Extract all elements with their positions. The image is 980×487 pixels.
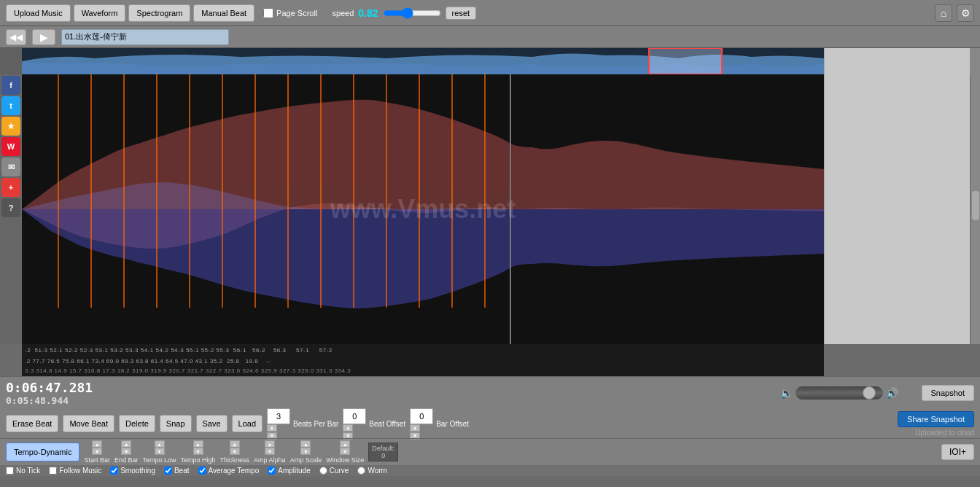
overview-scrollbar [970, 48, 980, 74]
curve-radio[interactable] [319, 467, 327, 475]
beat-offset-group: ▲ ▼ Beat Offset [343, 408, 405, 440]
tempo-high-knob: ▲ ▼ Tempo High [181, 440, 216, 464]
smoothing-label[interactable]: Smoothing [110, 467, 155, 475]
smoothing-checkbox[interactable] [110, 467, 118, 475]
skip-back-button[interactable]: ◀◀ [6, 29, 26, 45]
weibo-button[interactable]: W [1, 137, 20, 156]
move-beat-button[interactable]: Move Beat [63, 415, 114, 432]
add-button[interactable]: + [1, 178, 20, 197]
end-bar-up[interactable]: ▲ [121, 440, 131, 448]
volume-knob[interactable] [863, 386, 876, 400]
manual-beat-button[interactable]: Manual Beat [193, 4, 254, 22]
amp-alpha-knob: ▲ ▼ Amp Alpha [254, 440, 286, 464]
beat-label[interactable]: Beat [164, 467, 190, 475]
beat-offset-up[interactable]: ▲ [343, 424, 353, 432]
reset-button[interactable]: reset [446, 7, 476, 20]
play-button[interactable]: ▶ [32, 29, 55, 45]
worm-radio[interactable] [357, 467, 365, 475]
share-snapshot-area: Share Snapshot Uploaded to cloud [898, 411, 974, 437]
average-tempo-label[interactable]: Average Tempo [198, 467, 260, 475]
file-name-input[interactable] [61, 29, 229, 45]
no-tick-label[interactable]: No Tick [6, 467, 40, 475]
scroll-thumb[interactable] [972, 191, 979, 220]
save-button[interactable]: Save [196, 415, 228, 432]
overview-left-pad [0, 48, 22, 74]
snapshot-button[interactable]: Snapshot [922, 385, 974, 401]
twitter-button[interactable]: t [1, 96, 20, 115]
main-area: f t ★ W ✉ + ? [0, 74, 980, 344]
beats-per-bar-group: ▲ ▼ Beats Per Bar [267, 408, 338, 440]
tempo-high-up[interactable]: ▲ [193, 440, 203, 448]
snap-button[interactable]: Snap [160, 415, 192, 432]
curve-label[interactable]: Curve [319, 467, 349, 475]
amplitude-checkbox[interactable] [268, 467, 276, 475]
mail-button[interactable]: ✉ [1, 157, 20, 176]
start-bar-down[interactable]: ▼ [92, 448, 102, 455]
tempo-high-down[interactable]: ▼ [193, 448, 203, 455]
follow-music-label[interactable]: Follow Music [49, 467, 101, 475]
end-bar-down[interactable]: ▼ [121, 448, 131, 455]
bar-offset-group: ▲ ▼ Bar Offset [410, 408, 469, 440]
amp-alpha-down[interactable]: ▼ [265, 448, 275, 455]
overview-right-pad [824, 48, 970, 74]
top-toolbar: Upload Music Waveform Spectrogram Manual… [0, 0, 980, 26]
home-icon[interactable]: ⌂ [935, 4, 952, 22]
time-primary: 0:06:47.281 [6, 380, 93, 395]
facebook-button[interactable]: f [1, 76, 20, 95]
thickness-up[interactable]: ▲ [230, 440, 240, 448]
overview-bar[interactable] [22, 48, 824, 74]
beats-per-bar-input[interactable] [267, 408, 290, 424]
follow-music-checkbox[interactable] [49, 467, 57, 475]
right-panel [824, 74, 970, 344]
overview-waveform-svg [22, 48, 824, 74]
amplitude-label[interactable]: Amplitude [268, 467, 310, 475]
share-snapshot-button[interactable]: Share Snapshot [898, 411, 974, 427]
snapshot-area: Snapshot [922, 385, 974, 401]
waveform-main[interactable]: www.Vmus.net [22, 74, 824, 344]
ioi-button[interactable]: IOI+ [941, 444, 974, 460]
volume-high-icon: 🔊 [886, 387, 898, 399]
volume-low-icon: 🔈 [780, 387, 793, 399]
tempo-low-down[interactable]: ▼ [155, 448, 165, 455]
bar-offset-up[interactable]: ▲ [410, 424, 420, 432]
window-size-up[interactable]: ▲ [340, 440, 350, 448]
amp-scale-down[interactable]: ▼ [300, 448, 311, 455]
time-row: 0:06:47.281 0:05:48.944 🔈 🔊 Snapshot [0, 377, 980, 409]
page-scroll-label: Page Scroll [263, 8, 317, 18]
time-secondary: 0:05:48.944 [6, 395, 93, 406]
time-display: 0:06:47.281 0:05:48.944 [6, 380, 93, 406]
settings-icon[interactable]: ⚙ [957, 4, 974, 22]
spectrogram-button[interactable]: Spectrogram [128, 4, 190, 22]
average-tempo-checkbox[interactable] [198, 467, 206, 475]
speed-value: 0.82 [358, 7, 378, 19]
beat-offset-input[interactable] [343, 408, 366, 424]
beat-checkbox[interactable] [164, 467, 172, 475]
no-tick-checkbox[interactable] [6, 467, 14, 475]
numbers-row-1: -2 51-3 52-1 52-2 52-3 53-1 53-2 53-3 54… [22, 344, 824, 357]
page-scroll-checkbox[interactable] [263, 8, 273, 18]
erase-beat-button[interactable]: Erase Beat [6, 415, 58, 432]
waveform-button[interactable]: Waveform [74, 4, 126, 22]
amp-alpha-up[interactable]: ▲ [265, 440, 275, 448]
window-size-down[interactable]: ▼ [340, 448, 350, 455]
speed-slider[interactable] [383, 7, 441, 19]
upload-status: Uploaded to cloud [915, 429, 974, 437]
favorite-button[interactable]: ★ [1, 117, 20, 136]
tempo-low-up[interactable]: ▲ [155, 440, 165, 448]
amp-scale-up[interactable]: ▲ [300, 440, 311, 448]
start-bar-up[interactable]: ▲ [92, 440, 102, 448]
upload-music-button[interactable]: Upload Music [6, 4, 71, 22]
beats-per-bar-up[interactable]: ▲ [267, 424, 277, 432]
thickness-down[interactable]: ▼ [230, 448, 240, 455]
numbers-area: -2 51-3 52-1 52-2 52-3 53-1 53-2 53-3 54… [22, 344, 824, 376]
delete-button[interactable]: Delete [119, 415, 155, 432]
bar-offset-input[interactable] [410, 408, 433, 424]
load-button[interactable]: Load [232, 415, 262, 432]
tempo-dynamic-button[interactable]: Tempo-Dynamic [6, 443, 79, 461]
volume-slider[interactable] [796, 386, 883, 400]
main-scrollbar[interactable] [970, 74, 980, 344]
waveform-svg [22, 74, 824, 344]
worm-label[interactable]: Worm [357, 467, 386, 475]
file-row: ◀◀ ▶ [0, 26, 980, 48]
help-button[interactable]: ? [1, 198, 20, 217]
